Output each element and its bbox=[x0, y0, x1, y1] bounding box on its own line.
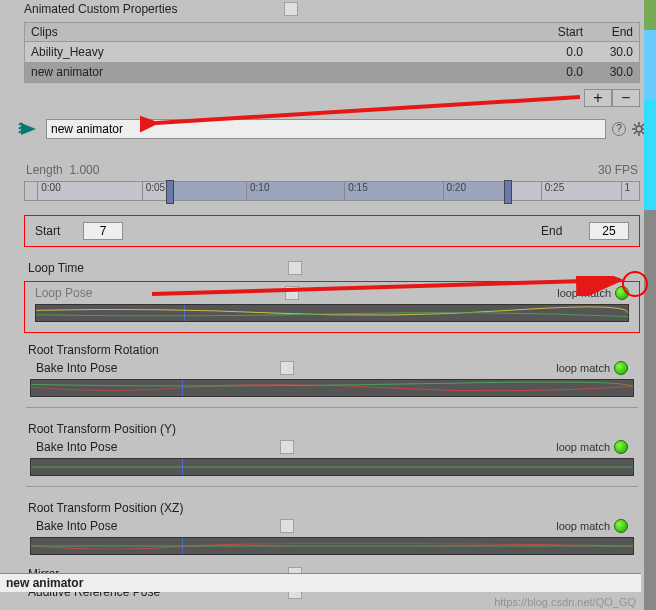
length-value: 1.000 bbox=[69, 163, 99, 177]
clip-name-input[interactable] bbox=[46, 119, 606, 139]
curve-strip bbox=[30, 379, 634, 397]
loop-match-indicator bbox=[614, 361, 628, 375]
fps-label: 30 FPS bbox=[598, 163, 638, 177]
audio-meter bbox=[644, 0, 656, 610]
svg-point-0 bbox=[636, 126, 642, 132]
curve-strip bbox=[30, 458, 634, 476]
clip-start: 0.0 bbox=[533, 45, 583, 59]
loop-time-label: Loop Time bbox=[28, 261, 288, 275]
loop-pose-group: Loop Pose loop match bbox=[24, 281, 640, 333]
loop-match-indicator bbox=[615, 286, 629, 300]
bake-label: Bake Into Pose bbox=[36, 440, 280, 454]
end-field[interactable] bbox=[589, 222, 629, 240]
clip-name: Ability_Heavy bbox=[31, 45, 533, 59]
watermark: https://blog.csdn.net/QO_GQ bbox=[494, 596, 636, 608]
svg-line-7 bbox=[634, 132, 636, 134]
tick: 0:20 bbox=[447, 182, 466, 193]
bake-label: Bake Into Pose bbox=[36, 519, 280, 533]
clip-end: 30.0 bbox=[583, 45, 633, 59]
loop-curve-strip bbox=[35, 304, 629, 322]
section-title: Root Transform Position (Y) bbox=[24, 420, 640, 438]
loop-match-label: loop match bbox=[556, 441, 610, 453]
loop-match-label: loop match bbox=[556, 520, 610, 532]
divider bbox=[26, 486, 638, 487]
help-icon[interactable]: ? bbox=[612, 122, 626, 136]
clip-start: 0.0 bbox=[533, 65, 583, 79]
divider bbox=[26, 407, 638, 408]
clips-table: Clips Start End Ability_Heavy 0.0 30.0 n… bbox=[24, 22, 640, 83]
clips-end-header: End bbox=[583, 25, 633, 39]
remove-clip-button[interactable]: − bbox=[612, 89, 640, 107]
length-label: Length bbox=[26, 163, 63, 177]
timeline-end-handle[interactable] bbox=[504, 180, 512, 204]
loop-match-indicator bbox=[614, 519, 628, 533]
section-title: Root Transform Rotation bbox=[24, 341, 640, 359]
timeline[interactable]: 0:00 0:05 0:10 0:15 0:20 0:25 1 bbox=[24, 181, 640, 201]
loop-pose-label: Loop Pose bbox=[35, 286, 285, 300]
loop-match-label: loop match bbox=[556, 362, 610, 374]
clip-icon bbox=[18, 119, 40, 139]
timeline-start-handle[interactable] bbox=[166, 180, 174, 204]
bake-label: Bake Into Pose bbox=[36, 361, 280, 375]
tick: 1 bbox=[625, 182, 631, 193]
tick: 0:15 bbox=[348, 182, 367, 193]
start-end-group: Start End bbox=[24, 215, 640, 247]
svg-line-5 bbox=[634, 124, 636, 126]
animated-custom-label: Animated Custom Properties bbox=[24, 2, 284, 16]
loop-pose-checkbox[interactable] bbox=[285, 286, 299, 300]
loop-match-indicator bbox=[614, 440, 628, 454]
bake-checkbox[interactable] bbox=[280, 361, 294, 375]
tick: 0:00 bbox=[41, 182, 60, 193]
start-label: Start bbox=[35, 224, 75, 238]
status-bar: new animator bbox=[0, 573, 641, 592]
bake-checkbox[interactable] bbox=[280, 519, 294, 533]
tick: 0:25 bbox=[545, 182, 564, 193]
loop-match-label: loop match bbox=[557, 287, 611, 299]
clips-row[interactable]: new animator 0.0 30.0 bbox=[25, 62, 639, 82]
clips-header: Clips bbox=[31, 25, 533, 39]
loop-time-checkbox[interactable] bbox=[288, 261, 302, 275]
tick: 0:10 bbox=[250, 182, 269, 193]
clips-row[interactable]: Ability_Heavy 0.0 30.0 bbox=[25, 42, 639, 62]
curve-strip bbox=[30, 537, 634, 555]
clip-end: 30.0 bbox=[583, 65, 633, 79]
animated-custom-checkbox[interactable] bbox=[284, 2, 298, 16]
start-field[interactable] bbox=[83, 222, 123, 240]
tick: 0:05 bbox=[146, 182, 165, 193]
section-title: Root Transform Position (XZ) bbox=[24, 499, 640, 517]
add-clip-button[interactable]: + bbox=[584, 89, 612, 107]
bake-checkbox[interactable] bbox=[280, 440, 294, 454]
clip-name: new animator bbox=[31, 65, 533, 79]
end-label: End bbox=[541, 224, 581, 238]
clips-start-header: Start bbox=[533, 25, 583, 39]
